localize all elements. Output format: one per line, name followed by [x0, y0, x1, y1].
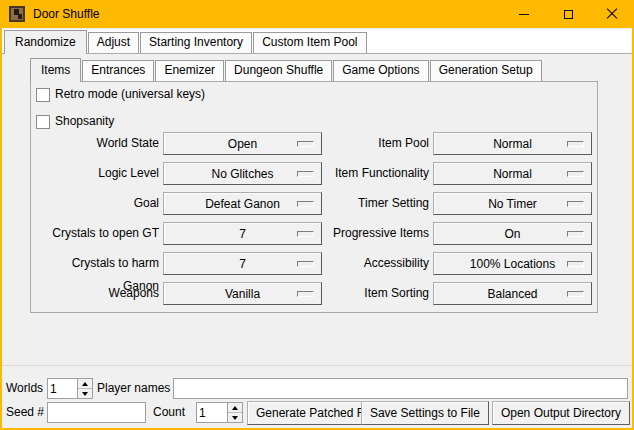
progressive-items-label: Progressive Items	[325, 222, 429, 245]
worlds-input[interactable]	[48, 379, 77, 398]
timer-setting-label: Timer Setting	[325, 192, 429, 215]
tab-adjust[interactable]: Adjust	[88, 32, 139, 53]
dropdown-indicator-icon	[567, 261, 584, 267]
dropdown-indicator-icon	[297, 261, 314, 267]
seed-label: Seed #	[6, 402, 44, 423]
progressive-items-value: On	[504, 227, 520, 241]
minimize-button[interactable]	[502, 0, 546, 28]
item-functionality-dropdown[interactable]: Normal	[433, 162, 592, 185]
sub-tabstrip: Items Entrances Enemizer Dungeon Shuffle…	[30, 58, 543, 81]
timer-setting-value: No Timer	[488, 197, 537, 211]
minimize-icon	[519, 14, 529, 15]
world-state-value: Open	[228, 137, 257, 151]
tab-enemizer[interactable]: Enemizer	[155, 60, 224, 81]
item-pool-label: Item Pool	[325, 132, 429, 155]
close-icon	[606, 8, 618, 20]
item-pool-value: Normal	[493, 137, 532, 151]
shopsanity-label: Shopsanity	[55, 114, 114, 128]
item-functionality-label: Item Functionality	[325, 162, 429, 185]
save-settings-button[interactable]: Save Settings to File	[361, 401, 489, 425]
player-names-label: Player names	[97, 378, 170, 399]
worlds-spin-up[interactable]	[78, 379, 92, 389]
chevron-down-icon	[82, 392, 88, 396]
chevron-up-icon	[82, 382, 88, 386]
shopsanity-checkbox[interactable]	[36, 115, 50, 129]
goal-value: Defeat Ganon	[205, 197, 280, 211]
accessibility-value: 100% Locations	[470, 257, 555, 271]
item-sorting-value: Balanced	[487, 287, 537, 301]
dropdown-indicator-icon	[567, 141, 584, 147]
chevron-down-icon	[232, 416, 238, 420]
tab-starting-inventory[interactable]: Starting Inventory	[140, 32, 252, 53]
item-functionality-value: Normal	[493, 167, 532, 181]
seed-input[interactable]	[47, 402, 146, 423]
titlebar: Door Shuffle	[0, 0, 634, 28]
world-state-dropdown[interactable]: Open	[163, 132, 322, 155]
worlds-spinner[interactable]	[47, 378, 93, 399]
dropdown-indicator-icon	[567, 201, 584, 207]
timer-setting-dropdown[interactable]: No Timer	[433, 192, 592, 215]
chevron-up-icon	[232, 406, 238, 410]
progressive-items-dropdown[interactable]: On	[433, 222, 592, 245]
count-spinner[interactable]	[196, 402, 243, 423]
dropdown-indicator-icon	[567, 171, 584, 177]
tab-items[interactable]: Items	[30, 58, 81, 82]
dropdown-indicator-icon	[297, 141, 314, 147]
tab-custom-item-pool[interactable]: Custom Item Pool	[253, 32, 366, 53]
player-names-input[interactable]	[173, 378, 628, 399]
accessibility-dropdown[interactable]: 100% Locations	[433, 252, 592, 275]
app-window: Door Shuffle Randomize Adjust Starting I…	[0, 0, 634, 430]
close-button[interactable]	[590, 0, 634, 28]
tab-generation-setup[interactable]: Generation Setup	[430, 60, 542, 81]
weapons-value: Vanilla	[225, 287, 260, 301]
accessibility-label: Accessibility	[325, 252, 429, 275]
retro-mode-label: Retro mode (universal keys)	[55, 87, 205, 101]
item-sorting-label: Item Sorting	[325, 282, 429, 305]
dropdown-indicator-icon	[567, 291, 584, 297]
tab-dungeon-shuffle[interactable]: Dungeon Shuffle	[225, 60, 332, 81]
tab-game-options[interactable]: Game Options	[333, 60, 428, 81]
window-title: Door Shuffle	[33, 7, 100, 21]
crystals-open-gt-dropdown[interactable]: 7	[163, 222, 322, 245]
bottom-right-buttons: Save Settings to File Open Output Direct…	[361, 401, 630, 425]
count-label: Count	[153, 402, 185, 423]
open-output-directory-button[interactable]: Open Output Directory	[492, 401, 630, 425]
dropdown-indicator-icon	[297, 291, 314, 297]
worlds-label: Worlds	[6, 378, 43, 399]
goal-dropdown[interactable]: Defeat Ganon	[163, 192, 322, 215]
logic-level-dropdown[interactable]: No Glitches	[163, 162, 322, 185]
count-spin-up[interactable]	[228, 403, 242, 413]
count-spin-down[interactable]	[228, 413, 242, 422]
world-state-label: World State	[33, 132, 159, 155]
goal-label: Goal	[33, 192, 159, 215]
dropdown-indicator-icon	[297, 201, 314, 207]
maximize-icon	[564, 10, 573, 19]
crystals-harm-ganon-value: 7	[239, 257, 246, 271]
count-input[interactable]	[197, 403, 227, 422]
crystals-open-gt-label: Crystals to open GT	[33, 222, 159, 245]
item-pool-dropdown[interactable]: Normal	[433, 132, 592, 155]
retro-mode-checkbox[interactable]	[36, 88, 50, 102]
crystals-open-gt-value: 7	[239, 227, 246, 241]
dropdown-indicator-icon	[297, 231, 314, 237]
dropdown-indicator-icon	[567, 231, 584, 237]
main-tabstrip: Randomize Adjust Starting Inventory Cust…	[2, 29, 632, 53]
maximize-button[interactable]	[546, 0, 590, 28]
logic-level-value: No Glitches	[211, 167, 273, 181]
crystals-harm-ganon-dropdown[interactable]: 7	[163, 252, 322, 275]
item-sorting-dropdown[interactable]: Balanced	[433, 282, 592, 305]
worlds-spin-down[interactable]	[78, 389, 92, 398]
dropdown-indicator-icon	[297, 171, 314, 177]
door-icon	[9, 6, 25, 22]
weapons-label: Weapons	[33, 282, 159, 305]
weapons-dropdown[interactable]: Vanilla	[163, 282, 322, 305]
logic-level-label: Logic Level	[33, 162, 159, 185]
tab-randomize[interactable]: Randomize	[4, 30, 87, 54]
tab-entrances[interactable]: Entrances	[82, 60, 154, 81]
